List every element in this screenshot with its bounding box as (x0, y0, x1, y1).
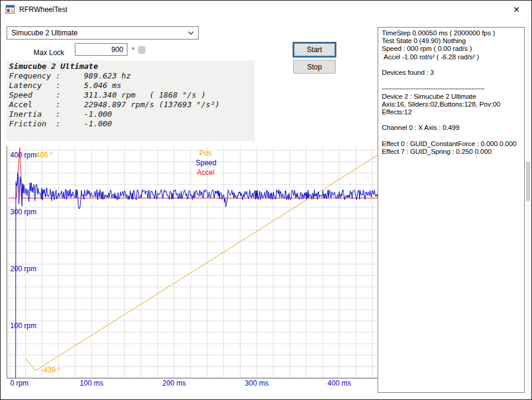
svg-text:Accel: Accel (197, 168, 214, 177)
device-select-value: Simucube 2 Ultimate (11, 29, 78, 37)
device-info-title: Simucube 2 Ultimate (9, 62, 253, 71)
svg-text:200 rpm: 200 rpm (10, 265, 37, 273)
svg-text:100 ms: 100 ms (80, 379, 103, 387)
info-line: Speed : 311.340 rpm ( 1868 °/s ) (9, 90, 253, 100)
svg-text:400 rpm: 400 rpm (10, 151, 37, 159)
app-window: RFRWheelTest ✕ Simucube 2 Ultimate Max L… (0, 0, 532, 400)
info-line: Latency : 5.046 ms (9, 81, 253, 90)
svg-text:405 °: 405 ° (36, 151, 53, 159)
device-info-panel: Simucube 2 Ultimate Frequency : 989.623 … (7, 60, 255, 141)
chevron-down-icon (188, 31, 194, 35)
titlebar[interactable]: RFRWheelTest ✕ (1, 1, 531, 19)
window-scrollbar[interactable] (525, 19, 531, 399)
degree-symbol: ° (132, 46, 135, 54)
scrollbar-thumb[interactable] (526, 162, 530, 201)
svg-text:300 rpm: 300 rpm (10, 208, 37, 216)
svg-text:300 ms: 300 ms (245, 379, 268, 387)
status-line: Effects:12 (382, 108, 521, 116)
status-line (382, 116, 521, 124)
status-line: Effect 7 : GUID_Spring : 0.250 0.000 (382, 148, 521, 156)
info-line: Friction : -1.000 (9, 119, 253, 129)
svg-text:-439 °: -439 ° (41, 366, 60, 374)
svg-text:400 ms: 400 ms (327, 379, 351, 387)
info-line: Inertia : -1.000 (9, 110, 253, 119)
svg-text:100 rpm: 100 rpm (10, 322, 37, 330)
info-line: Frequency : 989.623 hz (9, 71, 253, 81)
stop-button[interactable]: Stop (293, 60, 336, 74)
device-info-lines: Frequency : 989.623 hzLatency : 5.046 ms… (9, 71, 253, 129)
start-button[interactable]: Start (293, 43, 336, 57)
status-line: ----------------------------------------… (382, 84, 521, 92)
status-line: TimeStep 0.00050 ms ( 2000000 fps ) (382, 29, 521, 37)
status-line (382, 61, 521, 69)
status-line: Speed : 000 rpm ( 0.00 rad/s ) (382, 45, 521, 53)
window-title: RFRWheelTest (19, 5, 67, 14)
status-line: Effect 0 : GUID_ConstantForce : 0.000 0.… (382, 140, 521, 148)
status-textbox[interactable]: TimeStep 0.00050 ms ( 2000000 fps )Test … (378, 27, 525, 393)
info-line: Accel : 22948.897 rpm/s (137693 °/s²) (9, 100, 253, 110)
device-select[interactable]: Simucube 2 Ultimate (7, 26, 199, 40)
status-line: Accel -1.00 rot/s² ( -6.28 rad/s² ) (382, 53, 521, 61)
telemetry-chart: 400 rpm300 rpm200 rpm100 rpm0 rpm100 ms2… (7, 146, 382, 393)
status-line (382, 132, 521, 140)
status-line: Test State 0 (49.90) Nothing (382, 37, 521, 45)
svg-text:Speed: Speed (196, 159, 217, 167)
status-line (382, 77, 521, 84)
max-lock-input[interactable] (75, 43, 127, 56)
status-line: Devices found : 3 (382, 69, 521, 77)
app-icon (5, 5, 15, 14)
status-line: Channel 0 : X Axis : 0.499 (382, 124, 521, 132)
status-lines: TimeStep 0.00050 ms ( 2000000 fps )Test … (382, 29, 521, 156)
svg-text:200 ms: 200 ms (162, 379, 186, 387)
close-button[interactable]: ✕ (505, 1, 528, 19)
svg-text:Pos: Pos (199, 149, 212, 157)
status-line: Device 2 : Simucube 2 Ultimate (382, 93, 521, 101)
status-line: Axis:16, Sliders:02,Buttons:128, Pov:00 (382, 101, 521, 108)
updown-control[interactable] (138, 46, 145, 54)
max-lock-label: Max Lock (34, 49, 64, 57)
svg-text:0 rpm: 0 rpm (10, 379, 29, 387)
